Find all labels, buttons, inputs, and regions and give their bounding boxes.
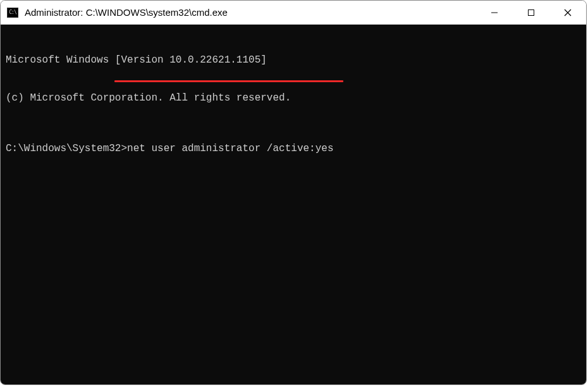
maximize-button[interactable] xyxy=(513,1,549,24)
minimize-button[interactable] xyxy=(476,1,513,24)
terminal-area[interactable]: Microsoft Windows [Version 10.0.22621.11… xyxy=(1,25,586,384)
window-title: Administrator: C:\WINDOWS\system32\cmd.e… xyxy=(25,7,476,18)
window-controls xyxy=(476,1,586,24)
maximize-icon xyxy=(527,9,535,16)
terminal-output-line: Microsoft Windows [Version 10.0.22621.11… xyxy=(6,54,581,66)
terminal-command: net user administrator /active:yes xyxy=(127,143,333,154)
cmd-window: C:\ Administrator: C:\WINDOWS\system32\c… xyxy=(0,0,587,385)
titlebar[interactable]: C:\ Administrator: C:\WINDOWS\system32\c… xyxy=(1,1,586,25)
terminal-output-line: (c) Microsoft Corporation. All rights re… xyxy=(6,92,581,104)
close-icon xyxy=(564,9,572,16)
close-button[interactable] xyxy=(549,1,586,24)
terminal-prompt-line: C:\Windows\System32>net user administrat… xyxy=(6,142,581,155)
svg-rect-1 xyxy=(529,9,534,15)
annotation-underline xyxy=(114,80,343,82)
minimize-icon xyxy=(491,9,498,16)
terminal-prompt: C:\Windows\System32> xyxy=(6,143,127,154)
cmd-icon: C:\ xyxy=(7,8,18,18)
